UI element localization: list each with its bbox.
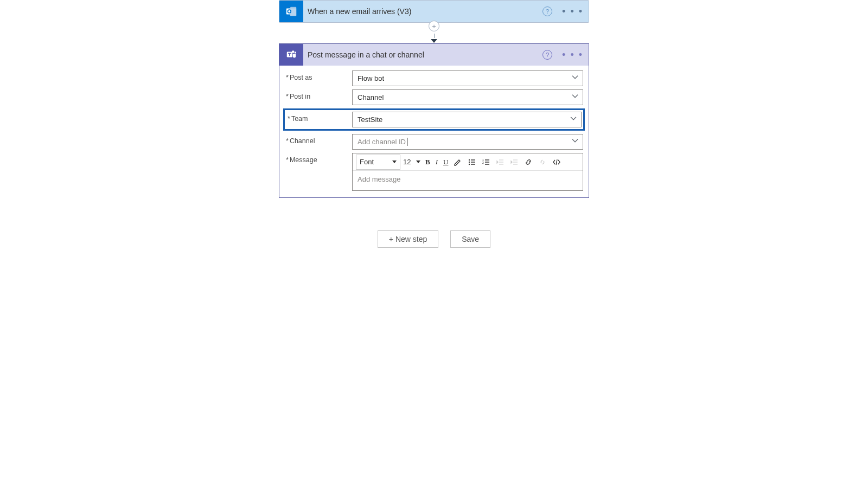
svg-point-4	[295, 52, 296, 53]
label-post-in: *Post in	[285, 89, 352, 100]
help-icon[interactable]: ?	[542, 7, 552, 16]
more-icon[interactable]: • • •	[562, 50, 583, 60]
arrow-down-icon	[431, 39, 437, 43]
chevron-down-icon	[572, 137, 578, 145]
save-button[interactable]: Save	[450, 230, 490, 248]
input-channel-placeholder: Add channel ID	[358, 138, 406, 146]
outlook-icon	[279, 1, 303, 22]
action-card: Post message in a chat or channel ? • • …	[279, 43, 589, 198]
font-select[interactable]: Font	[356, 155, 400, 170]
svg-point-7	[469, 161, 470, 162]
outdent-button[interactable]	[494, 155, 507, 170]
new-step-button[interactable]: + New step	[378, 230, 438, 248]
select-post-as[interactable]: Flow bot	[352, 70, 583, 86]
bold-button[interactable]: B	[423, 155, 432, 170]
add-step-icon[interactable]: +	[429, 21, 439, 31]
italic-button[interactable]: I	[433, 155, 440, 170]
field-team: *Team TestSite	[286, 112, 582, 127]
rich-text-editor: Font 12 B I U	[352, 153, 583, 191]
bullet-list-button[interactable]	[465, 155, 478, 170]
editor-toolbar: Font 12 B I U	[353, 153, 583, 171]
trigger-header[interactable]: When a new email arrives (V3) ? • • •	[279, 1, 589, 22]
caret-down-icon	[416, 160, 420, 163]
svg-text:2: 2	[482, 161, 484, 164]
message-textarea[interactable]: Add message	[353, 171, 583, 190]
label-post-as: *Post as	[285, 70, 352, 81]
label-team: *Team	[286, 112, 352, 123]
underline-button[interactable]: U	[441, 155, 450, 170]
action-header[interactable]: Post message in a chat or channel ? • • …	[279, 44, 589, 66]
action-body: *Post as Flow bot *Post in Channel	[279, 66, 589, 197]
number-list-button[interactable]: 12	[480, 155, 493, 170]
label-message: *Message	[285, 153, 352, 164]
svg-point-8	[469, 163, 470, 164]
trigger-card[interactable]: When a new email arrives (V3) ? • • •	[279, 0, 589, 23]
chevron-down-icon	[572, 74, 578, 82]
chevron-down-icon	[572, 93, 578, 101]
input-channel[interactable]: Add channel ID	[352, 134, 583, 150]
select-post-in[interactable]: Channel	[352, 89, 583, 105]
flow-connector: +	[429, 23, 439, 43]
select-post-in-value: Channel	[358, 93, 384, 101]
field-post-in: *Post in Channel	[285, 89, 583, 105]
select-post-as-value: Flow bot	[358, 74, 384, 82]
select-team[interactable]: TestSite	[352, 112, 582, 127]
chevron-down-icon	[570, 115, 577, 123]
indent-button[interactable]	[508, 155, 521, 170]
caret-down-icon	[392, 160, 397, 163]
help-icon[interactable]: ?	[542, 50, 552, 60]
highlight-button[interactable]	[451, 155, 464, 170]
font-size-select[interactable]: 12	[401, 155, 422, 170]
field-channel: *Channel Add channel ID	[285, 134, 583, 150]
unlink-button[interactable]	[536, 155, 549, 170]
link-button[interactable]	[522, 155, 535, 170]
svg-point-6	[469, 159, 470, 160]
highlight-box: *Team TestSite	[283, 108, 585, 131]
select-team-value: TestSite	[358, 115, 382, 124]
field-message: *Message Font 12 B I U	[285, 153, 583, 191]
code-view-button[interactable]	[550, 155, 563, 170]
footer-buttons: + New step Save	[378, 230, 490, 248]
label-channel: *Channel	[285, 134, 352, 145]
field-post-as: *Post as Flow bot	[285, 70, 583, 86]
text-caret	[407, 138, 407, 146]
more-icon[interactable]: • • •	[562, 7, 583, 16]
teams-icon	[279, 44, 303, 66]
